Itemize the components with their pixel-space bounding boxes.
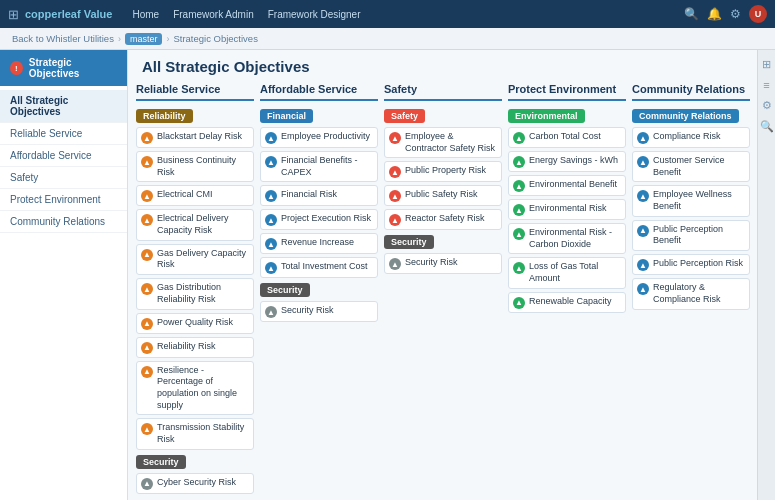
risk-icon-orange: ▲	[141, 132, 153, 144]
risk-item[interactable]: ▲Reactor Safety Risk	[384, 209, 502, 230]
risk-item[interactable]: ▲Employee Wellness Benefit	[632, 185, 750, 216]
risk-item[interactable]: ▲Public Perception Risk	[632, 254, 750, 275]
risk-icon-orange: ▲	[141, 249, 153, 261]
risk-item[interactable]: ▲Electrical Delivery Capacity Risk	[136, 209, 254, 240]
risk-item[interactable]: ▲Environmental Benefit	[508, 175, 626, 196]
risk-label: Employee Wellness Benefit	[653, 189, 745, 212]
risk-item[interactable]: ▲Security Risk	[260, 301, 378, 322]
breadcrumb-strategic[interactable]: Strategic Objectives	[173, 33, 257, 44]
risk-label: Project Execution Risk	[281, 213, 371, 225]
bell-icon[interactable]: 🔔	[707, 7, 722, 21]
risk-item[interactable]: ▲Business Continuity Risk	[136, 151, 254, 182]
risk-label: Financial Risk	[281, 189, 337, 201]
risk-item[interactable]: ▲Public Safety Risk	[384, 185, 502, 206]
column-3: Protect EnvironmentEnvironmental▲Carbon …	[508, 83, 626, 492]
sidebar-header-icon: !	[10, 61, 23, 75]
risk-icon-blue: ▲	[637, 283, 649, 295]
risk-item[interactable]: ▲Environmental Risk	[508, 199, 626, 220]
risk-label: Electrical CMI	[157, 189, 213, 201]
breadcrumb-utilities[interactable]: Back to Whistler Utilities	[12, 33, 114, 44]
column-title-2: Safety	[384, 83, 502, 101]
content-header: All Strategic Objectives	[128, 50, 757, 79]
category-badge-4-0: Community Relations	[632, 109, 739, 123]
risk-label: Transmission Stability Risk	[157, 422, 249, 445]
main-layout: ! Strategic Objectives All Strategic Obj…	[0, 50, 775, 500]
nav-link-framework-admin[interactable]: Framework Admin	[173, 9, 254, 20]
risk-icon-orange: ▲	[141, 190, 153, 202]
risk-label: Cyber Security Risk	[157, 477, 236, 489]
risk-icon-green: ▲	[513, 204, 525, 216]
risk-item[interactable]: ▲Public Perception Benefit	[632, 220, 750, 251]
risk-item[interactable]: ▲Carbon Total Cost	[508, 127, 626, 148]
risk-item[interactable]: ▲Security Risk	[384, 253, 502, 274]
risk-item[interactable]: ▲Reliability Risk	[136, 337, 254, 358]
risk-item[interactable]: ▲Renewable Capacity	[508, 292, 626, 313]
risk-icon-orange: ▲	[141, 342, 153, 354]
risk-item[interactable]: ▲Resilience - Percentage of population o…	[136, 361, 254, 416]
settings-icon[interactable]: ⚙	[730, 7, 741, 21]
nav-link-framework-designer[interactable]: Framework Designer	[268, 9, 361, 20]
risk-item[interactable]: ▲Cyber Security Risk	[136, 473, 254, 494]
risk-item[interactable]: ▲Financial Risk	[260, 185, 378, 206]
risk-label: Resilience - Percentage of population on…	[157, 365, 249, 412]
risk-item[interactable]: ▲Total Investment Cost	[260, 257, 378, 278]
column-0: Reliable ServiceReliability▲Blackstart D…	[136, 83, 254, 492]
risk-item[interactable]: ▲Transmission Stability Risk	[136, 418, 254, 449]
sidebar-item-affordable[interactable]: Affordable Service	[0, 145, 127, 167]
risk-item[interactable]: ▲Regulatory & Compliance Risk	[632, 278, 750, 309]
avatar[interactable]: U	[749, 5, 767, 23]
risk-item[interactable]: ▲Project Execution Risk	[260, 209, 378, 230]
column-2: SafetySafety▲Employee & Contractor Safet…	[384, 83, 502, 492]
risk-item[interactable]: ▲Loss of Gas Total Amount	[508, 257, 626, 288]
risk-label: Regulatory & Compliance Risk	[653, 282, 745, 305]
risk-icon-green: ▲	[513, 262, 525, 274]
risk-label: Business Continuity Risk	[157, 155, 249, 178]
risk-label: Public Perception Benefit	[653, 224, 745, 247]
risk-item[interactable]: ▲Employee Productivity	[260, 127, 378, 148]
risk-item[interactable]: ▲Power Quality Risk	[136, 313, 254, 334]
risk-item[interactable]: ▲Customer Service Benefit	[632, 151, 750, 182]
risk-label: Blackstart Delay Risk	[157, 131, 242, 143]
sidebar-item-safety[interactable]: Safety	[0, 167, 127, 189]
risk-icon-blue: ▲	[265, 132, 277, 144]
risk-item[interactable]: ▲Compliance Risk	[632, 127, 750, 148]
risk-icon-blue: ▲	[637, 190, 649, 202]
risk-item[interactable]: ▲Environmental Risk - Carbon Dioxide	[508, 223, 626, 254]
risk-item[interactable]: ▲Public Property Risk	[384, 161, 502, 182]
risk-item[interactable]: ▲Gas Delivery Capacity Risk	[136, 244, 254, 275]
risk-label: Power Quality Risk	[157, 317, 233, 329]
risk-item[interactable]: ▲Gas Distribution Reliability Risk	[136, 278, 254, 309]
risk-icon-blue: ▲	[265, 238, 277, 250]
risk-icon-blue: ▲	[265, 190, 277, 202]
column-title-0: Reliable Service	[136, 83, 254, 101]
risk-icon-red: ▲	[389, 214, 401, 226]
risk-item[interactable]: ▲Financial Benefits - CAPEX	[260, 151, 378, 182]
search-icon[interactable]: 🔍	[684, 7, 699, 21]
risk-item[interactable]: ▲Energy Savings - kWh	[508, 151, 626, 172]
nav-link-home[interactable]: Home	[132, 9, 159, 20]
category-badge-1-0: Financial	[260, 109, 313, 123]
risk-icon-blue: ▲	[265, 262, 277, 274]
sidebar-item-all[interactable]: All Strategic Objectives	[0, 90, 127, 123]
page-title: All Strategic Objectives	[142, 58, 743, 75]
risk-label: Total Investment Cost	[281, 261, 368, 273]
panel-icon-4[interactable]: 🔍	[760, 120, 774, 133]
risk-label: Security Risk	[281, 305, 334, 317]
panel-icon-3[interactable]: ⚙	[762, 99, 772, 112]
sidebar-item-reliable[interactable]: Reliable Service	[0, 123, 127, 145]
risk-item[interactable]: ▲Employee & Contractor Safety Risk	[384, 127, 502, 158]
sidebar-item-community[interactable]: Community Relations	[0, 211, 127, 233]
risk-icon-orange: ▲	[141, 318, 153, 330]
risk-item[interactable]: ▲Revenue Increase	[260, 233, 378, 254]
risk-icon-blue: ▲	[265, 214, 277, 226]
risk-item[interactable]: ▲Electrical CMI	[136, 185, 254, 206]
category-badge-3-0: Environmental	[508, 109, 585, 123]
panel-icon-1[interactable]: ⊞	[762, 58, 771, 71]
panel-icon-2[interactable]: ≡	[763, 79, 769, 91]
risk-icon-blue: ▲	[637, 225, 649, 237]
risk-icon-red: ▲	[389, 166, 401, 178]
sidebar-item-environment[interactable]: Protect Environment	[0, 189, 127, 211]
risk-icon-orange: ▲	[141, 283, 153, 295]
risk-label: Public Perception Risk	[653, 258, 743, 270]
risk-item[interactable]: ▲Blackstart Delay Risk	[136, 127, 254, 148]
